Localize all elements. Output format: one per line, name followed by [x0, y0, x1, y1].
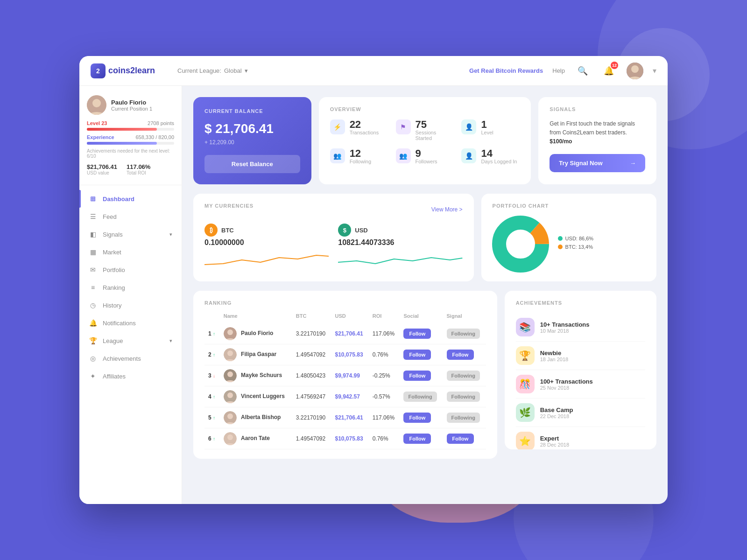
follow-social-button[interactable]: Follow	[403, 329, 431, 339]
btc-icon: ₿	[204, 224, 218, 237]
sidebar-item-history[interactable]: ◷ History	[79, 296, 182, 314]
league-selector[interactable]: Current League: Global ▾	[177, 67, 248, 74]
sessions-value: 75	[416, 119, 454, 130]
sidebar-label-market: Market	[103, 249, 121, 256]
rank-name: Vincent Luggers	[241, 393, 285, 399]
user-avatar-nav[interactable]	[627, 63, 643, 79]
roi-cell: 0.76%	[369, 428, 400, 449]
try-signal-button[interactable]: Try Signal Now →	[550, 154, 645, 172]
svg-point-14	[227, 413, 233, 419]
achievements-card: ACHIEVEMENTS 📚 10+ Transactions 10 Mar 2…	[505, 291, 656, 449]
follow-signal-button[interactable]: Follow	[447, 350, 474, 360]
social-cell: Follow	[400, 344, 443, 365]
rank-trend-icon: ↑	[213, 352, 215, 357]
follow-social-button[interactable]: Follow	[403, 371, 431, 381]
logo[interactable]: 2 coins2learn	[91, 63, 170, 78]
level-row: Level 23 2708 points	[87, 120, 174, 126]
bottom-row: RANKING Name BTC USD ROI Social Signal	[193, 291, 656, 459]
user-info: Paulo Fiorio Current Position 1	[87, 95, 174, 115]
table-row: 1 ↑ Paulo Fiorio 3.22170190 $21,706.41 1…	[204, 323, 486, 344]
btc-name: BTC	[221, 227, 234, 234]
currencies-title: MY CURRENCIES	[204, 203, 254, 209]
achievement-item: 🌿 Base Camp 22 Dec 2018	[516, 399, 645, 427]
btc-cell: 1.48050423	[292, 365, 331, 386]
follow-social-button[interactable]: Follow	[403, 413, 431, 423]
legend-btc-label: BTC: 13,4%	[565, 244, 593, 250]
follow-signal-button[interactable]: Follow	[447, 434, 474, 444]
roi-cell: 117.06%	[369, 323, 400, 344]
achievement-date: 18 Jan 2018	[540, 357, 569, 362]
ranking-table: Name BTC USD ROI Social Signal 1 ↑	[204, 313, 486, 449]
sidebar-item-signals[interactable]: ◧ Signals ▾	[79, 225, 182, 243]
sidebar-item-ranking[interactable]: ≡ Ranking	[79, 279, 182, 296]
svg-point-12	[227, 392, 233, 398]
achievement-item: 📚 10+ Transactions 10 Mar 2018	[516, 313, 645, 342]
sidebar-item-league[interactable]: 🏆 League ▾	[79, 332, 182, 350]
overview-level: 👤 1 Level	[461, 119, 520, 141]
stat-roi-value: 117.06%	[127, 163, 150, 170]
following-signal-button[interactable]: Following	[447, 413, 480, 423]
sidebar-item-affiliates[interactable]: ✦ Affiliates	[79, 367, 182, 385]
rank-number: 1	[208, 330, 211, 337]
rank-avatar	[224, 348, 237, 361]
ranking-header: Name BTC USD ROI Social Signal	[204, 313, 486, 323]
sidebar-item-portfolio[interactable]: ✉ Portfolio	[79, 261, 182, 279]
league-label: Current League:	[177, 67, 221, 74]
portfolio-card: PORTFOLIO CHART	[481, 194, 656, 281]
sidebar-item-achievements[interactable]: ◎ Achievements	[79, 350, 182, 367]
roi-cell: 0.76%	[369, 344, 400, 365]
rewards-link[interactable]: Get Real Bitcoin Rewards	[469, 67, 543, 74]
reset-balance-button[interactable]: Reset Balance	[204, 155, 300, 173]
sidebar-item-notifications[interactable]: 🔔 Notifications	[79, 314, 182, 332]
view-more-link[interactable]: View More >	[431, 206, 463, 213]
rank-trend-icon: ↓	[213, 373, 215, 378]
stat-roi: 117.06% Total ROI	[127, 163, 150, 175]
achievement-icon: ⭐	[516, 432, 535, 449]
search-icon: 🔍	[578, 66, 588, 76]
signals-chevron-icon: ▾	[169, 231, 172, 238]
signals-price: $100/mo	[550, 138, 572, 145]
rank-number: 6	[208, 435, 211, 442]
transactions-label: Transactions	[350, 130, 379, 135]
achievement-icon: 📚	[516, 318, 535, 336]
exp-label: Experience	[87, 134, 114, 140]
follow-social-button[interactable]: Follow	[403, 350, 431, 360]
overview-sessions-data: 75 Sessions Started	[416, 119, 454, 141]
nav-right: Get Real Bitcoin Rewards Help 🔍 🔔 12 ▾	[469, 63, 656, 79]
feed-icon: ☰	[89, 213, 97, 220]
league-value: Global	[224, 67, 242, 74]
overview-transactions-data: 22 Transactions	[350, 119, 379, 135]
level-value: 1	[481, 119, 493, 130]
user-stats: $21,706.41 USD value 117.06% Total ROI	[87, 163, 174, 175]
follow-social-button[interactable]: Follow	[403, 434, 431, 444]
rank-cell: 4 ↑	[204, 386, 220, 407]
col-roi: ROI	[369, 313, 400, 323]
rank-avatar	[224, 369, 237, 382]
level-progress-bar	[87, 128, 174, 131]
arrow-right-icon: →	[630, 160, 636, 167]
pie-chart	[493, 216, 549, 272]
notifications-button[interactable]: 🔔 12	[600, 63, 617, 79]
rank-avatar	[224, 411, 237, 424]
ranking-icon: ≡	[89, 284, 97, 291]
level-progress-fill	[87, 128, 157, 131]
achievement-icon: 🎊	[516, 375, 535, 393]
ranking-title: RANKING	[204, 300, 486, 306]
sidebar-item-market[interactable]: ▦ Market	[79, 243, 182, 261]
legend-usd: USD: 86,6%	[558, 236, 594, 241]
following-signal-button[interactable]: Following	[447, 329, 480, 339]
signal-cell: Follow	[443, 428, 486, 449]
following-social-button[interactable]: Following	[403, 392, 437, 402]
following-value: 12	[350, 148, 371, 159]
help-link[interactable]: Help	[552, 67, 565, 74]
sidebar-item-feed[interactable]: ☰ Feed	[79, 208, 182, 225]
sidebar-item-dashboard[interactable]: ⊞ Dashboard	[79, 190, 182, 208]
stat-usd: $21,706.41 USD value	[87, 163, 117, 175]
user-card: Paulo Fiorio Current Position 1 Level 23…	[79, 95, 182, 185]
search-button[interactable]: 🔍	[574, 63, 591, 79]
achievement-icon: 🌿	[516, 403, 535, 422]
following-signal-button[interactable]: Following	[447, 392, 480, 402]
following-signal-button[interactable]: Following	[447, 371, 480, 381]
sidebar-label-feed: Feed	[103, 213, 117, 220]
user-dropdown-chevron-icon: ▾	[653, 66, 656, 75]
